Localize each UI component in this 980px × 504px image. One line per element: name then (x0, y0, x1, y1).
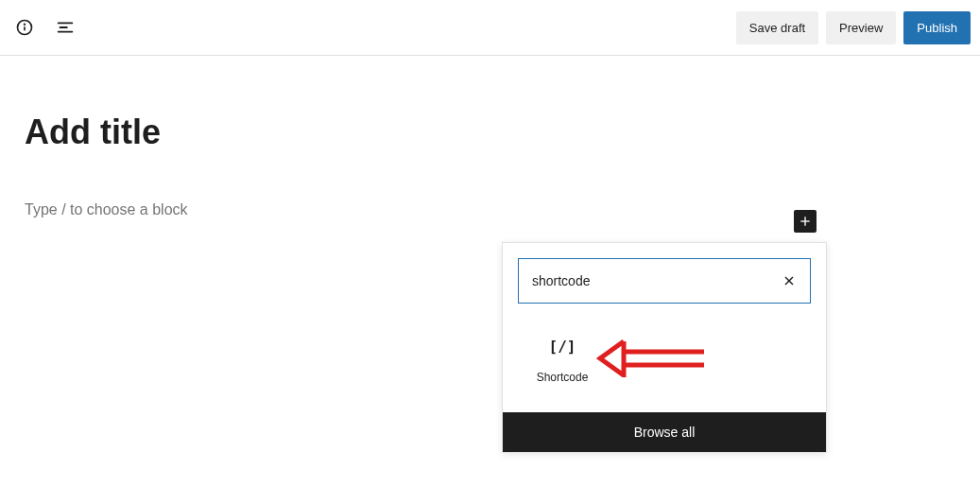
info-icon[interactable] (11, 14, 38, 41)
shortcode-block-item[interactable]: [/] Shortcode (518, 338, 603, 384)
save-draft-button[interactable]: Save draft (736, 11, 818, 44)
block-item-label: Shortcode (537, 371, 589, 384)
header-left (9, 13, 79, 42)
paragraph-block-placeholder[interactable]: Type / to choose a block (25, 201, 188, 218)
inserter-results: [/] Shortcode (503, 319, 826, 412)
inserter-search (518, 258, 811, 304)
editor-canvas: Add title Type / to choose a block (0, 56, 980, 218)
add-block-button[interactable] (794, 210, 817, 233)
document-outline-icon[interactable] (51, 13, 79, 42)
browse-all-button[interactable]: Browse all (503, 412, 826, 452)
annotation-arrow-icon (595, 339, 709, 377)
inserter-search-wrap (503, 243, 826, 319)
post-title-input[interactable]: Add title (25, 113, 980, 152)
block-search-input[interactable] (532, 273, 778, 288)
header-right: Save draft Preview Publish (736, 11, 971, 44)
clear-search-button[interactable] (778, 269, 800, 292)
shortcode-icon: [/] (549, 338, 576, 356)
preview-button[interactable]: Preview (826, 11, 896, 44)
plus-icon (798, 214, 813, 229)
editor-header: Save draft Preview Publish (0, 0, 980, 56)
close-icon (782, 273, 797, 288)
publish-button[interactable]: Publish (903, 11, 971, 44)
block-inserter-popover: [/] Shortcode Browse all (502, 242, 827, 453)
svg-point-2 (25, 24, 26, 25)
